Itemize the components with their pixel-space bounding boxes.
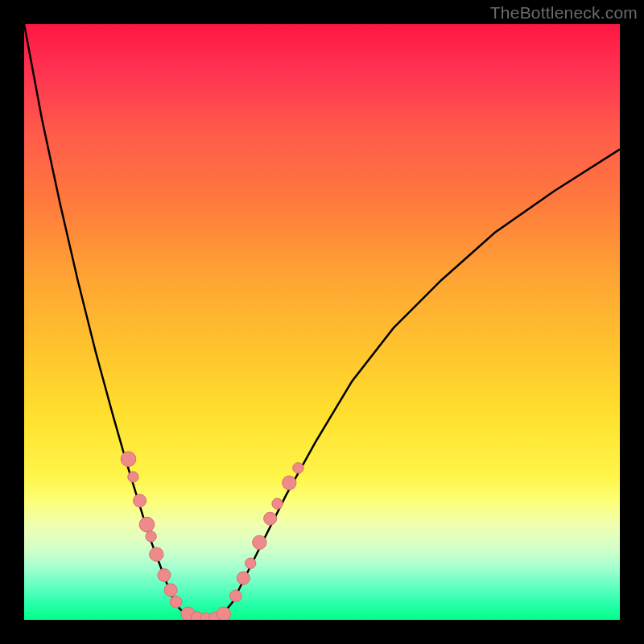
watermark-text: TheBottleneck.com: [490, 3, 638, 23]
plot-background: [24, 24, 620, 620]
chart-frame: TheBottleneck.com: [0, 0, 644, 644]
